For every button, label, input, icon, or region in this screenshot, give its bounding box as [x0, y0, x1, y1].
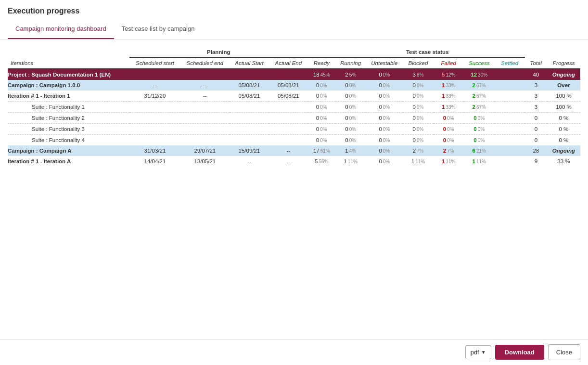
cell-progress: 100 %	[547, 102, 580, 113]
cell	[129, 102, 180, 113]
test-status-group-header: Test case status	[308, 47, 547, 57]
cell: 00%	[434, 135, 464, 146]
cell: 00%	[403, 124, 433, 135]
cell: 00%	[308, 91, 336, 102]
cell: 0	[525, 113, 547, 124]
col-header-sched-start: Scheduled start	[129, 57, 180, 69]
cell	[230, 135, 269, 146]
cell: 00%	[335, 80, 366, 91]
cell: 31/03/21	[129, 145, 180, 156]
cell-name: Iteration # 1 - Iteration 1	[8, 91, 129, 102]
col-header-actual-start: Actual Start	[230, 57, 269, 69]
cell: 27%	[403, 145, 433, 156]
cell-progress: 0 %	[547, 135, 580, 146]
close-button[interactable]: Close	[548, 344, 580, 360]
cell	[269, 102, 308, 113]
cell-name: Suite : Functionality 2	[8, 113, 129, 124]
cell: 05/08/21	[230, 91, 269, 102]
tab-dashboard[interactable]: Campaign monitoring dashboard	[8, 19, 114, 39]
cell	[269, 69, 308, 80]
cell: 05/08/21	[230, 80, 269, 91]
cell	[230, 69, 269, 80]
cell: 133%	[434, 80, 464, 91]
cell: 28	[525, 145, 547, 156]
cell: 133%	[434, 91, 464, 102]
cell: 29/07/21	[180, 145, 230, 156]
content-area: Planning Test case status Iterations Sch…	[0, 39, 588, 347]
cell	[230, 113, 269, 124]
col-header-ready: Ready	[308, 57, 336, 69]
cell	[180, 102, 230, 113]
cell: 27%	[434, 145, 464, 156]
cell: 3	[525, 91, 547, 102]
cell: 00%	[308, 102, 336, 113]
cell: 05/08/21	[269, 91, 308, 102]
table-wrapper: Planning Test case status Iterations Sch…	[8, 47, 580, 167]
cell: 00%	[366, 124, 403, 135]
col-header-total: Total	[525, 57, 547, 69]
cell: 00%	[335, 102, 366, 113]
download-button[interactable]: Download	[495, 345, 544, 360]
cell	[269, 135, 308, 146]
page-title: Execution progress	[8, 7, 79, 15]
cell: 00%	[403, 80, 433, 91]
table-row: Suite : Functionality 300%00%00%00%00%00…	[8, 124, 580, 135]
cell: 267%	[464, 91, 495, 102]
cell-progress: 100 %	[547, 91, 580, 102]
table-row: Suite : Functionality 400%00%00%00%00%00…	[8, 135, 580, 146]
page-header: Execution progress Campaign monitoring d…	[0, 0, 588, 39]
cell: 0	[525, 135, 547, 146]
cell: 111%	[464, 156, 495, 167]
cell-progress: 33 %	[547, 156, 580, 167]
cell: --	[129, 80, 180, 91]
cell: 00%	[308, 113, 336, 124]
table-row: Suite : Functionality 100%00%00%00%133%2…	[8, 102, 580, 113]
col-header-actual-end: Actual End	[269, 57, 308, 69]
col-header-blocked: Blocked	[403, 57, 433, 69]
cell	[495, 80, 525, 91]
cell	[269, 113, 308, 124]
chevron-down-icon: ▼	[481, 350, 486, 355]
table-row: Iteration # 1 - Iteration 131/12/20--05/…	[8, 91, 580, 102]
cell-name: Suite : Functionality 3	[8, 124, 129, 135]
cell-progress: Over	[547, 80, 580, 91]
cell: 00%	[403, 135, 433, 146]
cell: 111%	[403, 156, 433, 167]
cell: --	[230, 156, 269, 167]
cell: 0	[525, 124, 547, 135]
cell-name: Iteration # 1 - Iteration A	[8, 156, 129, 167]
cell: 00%	[366, 91, 403, 102]
cell: 1845%	[308, 69, 336, 80]
cell: 15/09/21	[230, 145, 269, 156]
cell: 00%	[366, 156, 403, 167]
cell: 00%	[366, 69, 403, 80]
col-header-settled: Settled	[495, 57, 525, 69]
cell: 00%	[366, 135, 403, 146]
cell: 00%	[434, 113, 464, 124]
cell	[495, 124, 525, 135]
cell: 00%	[366, 113, 403, 124]
cell-name: Suite : Functionality 1	[8, 102, 129, 113]
cell: 00%	[366, 145, 403, 156]
group-header-row: Planning Test case status	[8, 47, 580, 57]
cell	[495, 91, 525, 102]
tab-testcase[interactable]: Test case list by campaign	[114, 19, 203, 39]
col-header-untestable: Untestable	[366, 57, 403, 69]
cell: 3	[525, 102, 547, 113]
cell	[129, 124, 180, 135]
cell-name: Suite : Functionality 4	[8, 135, 129, 146]
table-row: Suite : Functionality 200%00%00%00%00%00…	[8, 113, 580, 124]
table-row: Campaign : Campaign 1.0.0----05/08/2105/…	[8, 80, 580, 91]
cell	[129, 69, 180, 80]
cell	[230, 102, 269, 113]
pdf-selector[interactable]: pdf ▼	[465, 345, 491, 359]
cell	[495, 156, 525, 167]
cell: 00%	[464, 113, 495, 124]
cell: 00%	[335, 124, 366, 135]
col-header-running: Running	[335, 57, 366, 69]
cell-progress: 0 %	[547, 124, 580, 135]
cell: 3	[525, 80, 547, 91]
cell	[180, 69, 230, 80]
planning-group-header: Planning	[129, 47, 307, 57]
tabs: Campaign monitoring dashboard Test case …	[0, 19, 588, 39]
